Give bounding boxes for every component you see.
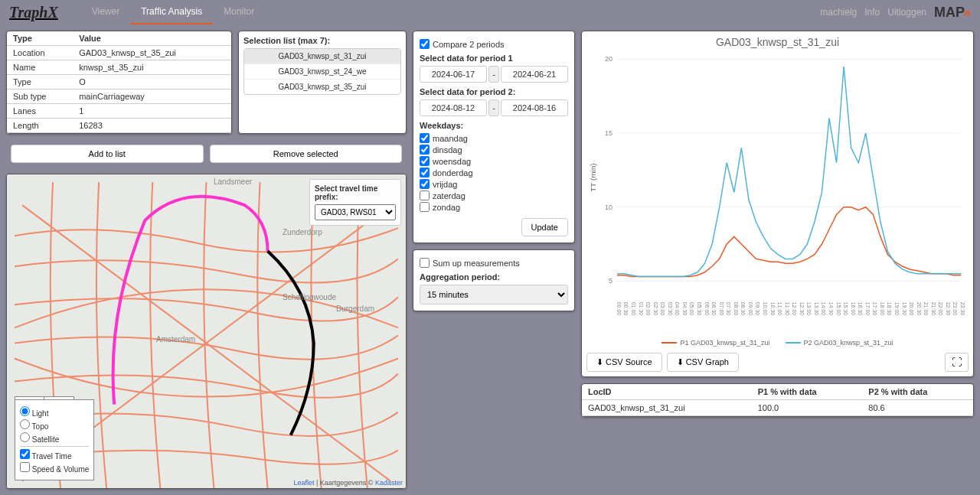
- period2-from[interactable]: 2024-08-12: [420, 99, 487, 116]
- compare-checkbox-row[interactable]: Compare 2 periods: [420, 39, 568, 49]
- svg-text:00:00: 00:00: [616, 302, 622, 316]
- info-row: Length16283: [7, 119, 231, 133]
- svg-text:02:00: 02:00: [645, 302, 651, 316]
- svg-text:08:00: 08:00: [733, 302, 739, 316]
- svg-text:23:30: 23:30: [960, 302, 965, 316]
- info-link[interactable]: Info: [864, 7, 880, 18]
- svg-text:02:30: 02:30: [653, 302, 658, 316]
- svg-text:06:30: 06:30: [711, 302, 717, 316]
- svg-text:10: 10: [605, 204, 612, 211]
- svg-text:22:00: 22:00: [938, 302, 943, 316]
- svg-text:17:00: 17:00: [865, 302, 871, 316]
- prefix-select[interactable]: GAD03, RWS01: [315, 204, 396, 220]
- nav-viewer[interactable]: Viewer: [81, 0, 130, 24]
- overlay-travel-time[interactable]: Travel Time: [20, 449, 89, 461]
- svg-text:09:30: 09:30: [755, 302, 760, 316]
- selection-item[interactable]: GAD03_knwsp_st_35_zui: [244, 80, 400, 94]
- agg-period-select[interactable]: 15 minutes: [420, 285, 568, 304]
- info-panel: TypeValueLocationGAD03_knwsp_st_35_zuiNa…: [6, 31, 232, 134]
- svg-text:22:30: 22:30: [946, 302, 951, 316]
- svg-text:14:30: 14:30: [828, 302, 834, 316]
- sum-checkbox-row[interactable]: Sum up measurements: [420, 258, 568, 268]
- info-row: TypeO: [7, 75, 231, 90]
- period2-label: Select data for period 2:: [420, 87, 568, 96]
- add-to-list-button[interactable]: Add to list: [11, 145, 204, 163]
- svg-text:11:30: 11:30: [785, 302, 790, 316]
- agg-period-label: Aggregation period:: [420, 272, 568, 282]
- weekday-dinsdag[interactable]: dinsdag: [420, 145, 568, 155]
- legend-item: P2 GAD03_knwsp_st_31_zui: [786, 339, 893, 347]
- weekday-maandag[interactable]: maandag: [420, 133, 568, 143]
- svg-text:19:00: 19:00: [894, 302, 900, 316]
- overlay-speed-&-volume[interactable]: Speed & Volume: [20, 462, 89, 474]
- svg-text:19:30: 19:30: [902, 302, 907, 316]
- weekday-zaterdag[interactable]: zaterdag: [420, 191, 568, 200]
- svg-text:23:00: 23:00: [952, 302, 958, 316]
- svg-text:TT (min): TT (min): [589, 163, 597, 191]
- main-nav: ViewerTraffic AnalysisMonitor: [81, 0, 266, 24]
- user-name[interactable]: machielg: [820, 7, 857, 18]
- svg-text:04:00: 04:00: [675, 302, 680, 316]
- svg-text:11:00: 11:00: [777, 302, 782, 316]
- logout-link[interactable]: Uitloggen: [887, 7, 926, 18]
- svg-text:15:30: 15:30: [843, 302, 848, 316]
- weekday-vrijdag[interactable]: vrijdag: [420, 179, 568, 189]
- compare-panel: Compare 2 periods Select data for period…: [413, 31, 575, 243]
- chart-title: GAD03_knwsp_st_31_zui: [586, 36, 969, 48]
- svg-text:18:30: 18:30: [887, 302, 892, 316]
- leaflet-link[interactable]: Leaflet: [293, 479, 314, 487]
- header: TraphX ViewerTraffic AnalysisMonitor mac…: [0, 0, 980, 24]
- fullscreen-button[interactable]: ⛶: [945, 353, 969, 372]
- svg-text:01:00: 01:00: [631, 302, 636, 316]
- svg-text:21:00: 21:00: [923, 302, 929, 316]
- svg-text:12:00: 12:00: [792, 302, 797, 316]
- weekday-zondag[interactable]: zondag: [420, 202, 568, 212]
- layer-control: Light Topo Satellite Travel Time Speed &…: [15, 399, 94, 480]
- map-attribution: Leaflet | Kaartgegevens © Kadaster: [293, 479, 403, 487]
- base-layer-topo[interactable]: Topo: [20, 419, 89, 431]
- svg-text:13:30: 13:30: [814, 302, 819, 316]
- selection-list: GAD03_knwsp_st_31_zuiGAD03_knwsp_st_24_w…: [243, 48, 401, 95]
- period1-to[interactable]: 2024-06-21: [501, 66, 568, 83]
- base-layer-satellite[interactable]: Satellite: [20, 432, 89, 444]
- svg-text:09:00: 09:00: [748, 302, 753, 316]
- kadaster-link[interactable]: Kadaster: [375, 479, 403, 487]
- brand-logo: MAP»: [934, 5, 971, 21]
- selection-item[interactable]: GAD03_knwsp_st_24_we: [244, 64, 400, 80]
- map-prefix-control: Select travel time prefix: GAD03, RWS01: [309, 179, 401, 226]
- svg-text:17:30: 17:30: [872, 302, 877, 316]
- weekday-woensdag[interactable]: woensdag: [420, 156, 568, 166]
- svg-text:07:00: 07:00: [719, 302, 724, 316]
- period1-from[interactable]: 2024-06-17: [420, 66, 487, 83]
- chart-legend: P1 GAD03_knwsp_st_31_zuiP2 GAD03_knwsp_s…: [586, 339, 969, 347]
- svg-text:06:00: 06:00: [704, 302, 710, 316]
- update-button[interactable]: Update: [521, 218, 568, 236]
- compare-checkbox[interactable]: [420, 39, 430, 49]
- header-right: machielg Info Uitloggen MAP»: [820, 5, 971, 21]
- nav-monitor[interactable]: Monitor: [213, 0, 265, 24]
- csv-source-button[interactable]: ⬇ CSV Source: [586, 353, 662, 372]
- map-panel[interactable]: Landsmeer Zunderdorp Schellingwoude Durg…: [6, 174, 407, 489]
- csv-graph-button[interactable]: ⬇ CSV Graph: [667, 353, 739, 372]
- svg-text:16:00: 16:00: [851, 302, 856, 316]
- svg-text:04:30: 04:30: [682, 302, 688, 316]
- period2-to[interactable]: 2024-08-16: [501, 99, 568, 116]
- weekday-donderdag[interactable]: donderdag: [420, 168, 568, 177]
- selection-item[interactable]: GAD03_knwsp_st_31_zui: [244, 49, 400, 64]
- svg-text:16:30: 16:30: [858, 302, 863, 316]
- svg-text:01:30: 01:30: [639, 302, 644, 316]
- nav-traffic-analysis[interactable]: Traffic Analysis: [130, 0, 213, 24]
- svg-text:03:30: 03:30: [668, 302, 673, 316]
- svg-text:15: 15: [605, 129, 612, 137]
- sum-checkbox[interactable]: [420, 258, 430, 268]
- weekdays-label: Weekdays:: [420, 121, 568, 130]
- chart-panel: GAD03_knwsp_st_31_zui 5101520TT (min)00:…: [581, 31, 974, 377]
- svg-text:20: 20: [605, 55, 612, 63]
- svg-text:08:30: 08:30: [740, 302, 746, 316]
- base-layer-light[interactable]: Light: [20, 406, 89, 418]
- svg-text:5: 5: [609, 277, 612, 285]
- svg-text:20:30: 20:30: [916, 302, 922, 316]
- remove-selected-button[interactable]: Remove selected: [210, 145, 403, 163]
- svg-text:07:30: 07:30: [726, 302, 731, 316]
- selection-panel: Selection list (max 7): GAD03_knwsp_st_3…: [238, 31, 407, 134]
